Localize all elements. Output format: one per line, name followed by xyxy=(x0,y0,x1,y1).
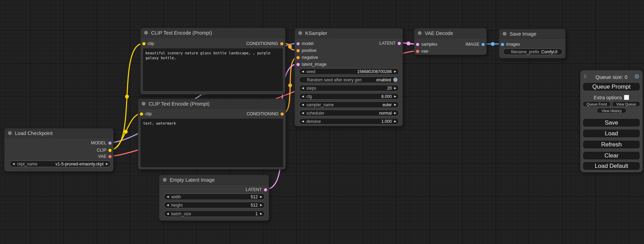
load-workflow-button[interactable]: Load xyxy=(583,129,640,138)
queue-front-button[interactable]: Queue Front xyxy=(583,101,611,107)
output-port-latent[interactable] xyxy=(264,188,267,191)
extra-options-label: Extra options xyxy=(594,95,622,100)
node-clip-text-encode-positive[interactable]: CLIP Text Encode (Prompt)clipCONDITIONIN… xyxy=(140,28,285,94)
collapse-dot-icon[interactable] xyxy=(503,32,506,36)
node-title: KSampler xyxy=(305,30,327,36)
decrement-arrow-icon[interactable]: ◀ xyxy=(299,69,306,74)
extra-options-checkbox[interactable] xyxy=(624,95,629,100)
output-port-conditioning[interactable] xyxy=(280,42,283,45)
increment-arrow-icon[interactable]: ▶ xyxy=(258,202,265,208)
node-header-load-checkpoint[interactable]: Load Checkpoint xyxy=(5,128,113,138)
collapse-dot-icon[interactable] xyxy=(418,31,422,35)
node-clip-text-encode-negative[interactable]: CLIP Text Encode (Prompt)clipCONDITIONIN… xyxy=(138,99,286,170)
decrement-arrow-icon[interactable]: ◀ xyxy=(164,211,171,217)
increment-arrow-icon[interactable]: ▶ xyxy=(258,211,265,217)
increment-arrow-icon[interactable]: ▶ xyxy=(392,69,399,74)
widget-random-seed-after-every-gen[interactable]: Random seed after every genenabled xyxy=(299,76,399,83)
view-queue-button[interactable]: View Queue xyxy=(612,101,640,107)
output-port-conditioning[interactable] xyxy=(281,112,284,116)
input-port-images[interactable] xyxy=(501,43,504,46)
node-header-clip-text-encode-negative[interactable]: CLIP Text Encode (Prompt) xyxy=(138,99,285,109)
node-header-vae-decode[interactable]: VAE Decode xyxy=(414,28,486,38)
increment-arrow-icon[interactable]: ▶ xyxy=(392,110,399,116)
widget-label: height xyxy=(171,203,183,208)
collapse-dot-icon[interactable] xyxy=(142,102,145,106)
increment-arrow-icon[interactable]: ▶ xyxy=(104,161,111,167)
toggle-knob-icon[interactable] xyxy=(393,78,398,82)
link-midpoint-dot xyxy=(491,42,495,46)
output-port-label: MODEL xyxy=(91,141,106,145)
decrement-arrow-icon[interactable]: ◀ xyxy=(164,202,171,208)
increment-arrow-icon[interactable]: ▶ xyxy=(392,118,399,124)
collapse-dot-icon[interactable] xyxy=(8,131,12,135)
input-port-model[interactable] xyxy=(297,42,300,45)
input-port-row-vae: vae xyxy=(414,49,428,54)
output-port-model[interactable] xyxy=(108,142,112,145)
input-port-latent-image[interactable] xyxy=(297,63,300,66)
decrement-arrow-icon[interactable]: ◀ xyxy=(299,93,306,99)
refresh-button[interactable]: Refresh xyxy=(583,140,640,149)
widget-ckpt-name[interactable]: ◀ckpt_namev1-5-pruned-emaonly.ckpt▶ xyxy=(10,161,111,167)
widget-cfg[interactable]: ◀cfg8.000▶ xyxy=(299,93,399,100)
queue-prompt-button[interactable]: Queue Prompt xyxy=(583,82,640,91)
save-workflow-button[interactable]: Save xyxy=(583,118,640,127)
queue-panel: ⠿ Queue size: 0 ⚙ Queue Prompt Extra opt… xyxy=(580,70,643,172)
widget-scheduler[interactable]: ◀schedulernormal▶ xyxy=(299,110,399,116)
widget-filename-prefix[interactable]: filename_prefixComfyUI xyxy=(503,48,563,55)
node-empty-latent-image[interactable]: Empty Latent ImageLATENT◀width512▶◀heigh… xyxy=(159,175,269,221)
prompt-textarea[interactable]: beautiful scenery nature glass bottle la… xyxy=(143,48,283,91)
output-port-label: VAE xyxy=(98,154,106,159)
widget-label: Random seed after every gen xyxy=(299,78,362,82)
input-port-samples[interactable] xyxy=(416,43,419,46)
node-header-clip-text-encode-positive[interactable]: CLIP Text Encode (Prompt) xyxy=(141,28,285,38)
output-port-vae[interactable] xyxy=(108,155,112,158)
collapse-dot-icon[interactable] xyxy=(144,31,148,35)
widget-steps[interactable]: ◀steps20▶ xyxy=(299,85,399,91)
increment-arrow-icon[interactable]: ▶ xyxy=(392,102,399,108)
widget-denoise[interactable]: ◀denoise1.000▶ xyxy=(299,118,399,125)
collapse-dot-icon[interactable] xyxy=(298,31,302,35)
increment-arrow-icon[interactable]: ▶ xyxy=(258,194,265,200)
output-port-label: CLIP xyxy=(97,148,106,153)
decrement-arrow-icon[interactable]: ◀ xyxy=(299,110,306,116)
view-history-button[interactable]: View History xyxy=(597,108,626,113)
node-ksampler[interactable]: KSamplermodelpositivenegativelatent_imag… xyxy=(294,28,403,126)
increment-arrow-icon[interactable]: ▶ xyxy=(392,85,399,91)
node-vae-decode[interactable]: VAE DecodesamplesvaeIMAGE xyxy=(414,28,487,55)
prompt-textarea[interactable]: text, watermark xyxy=(141,119,283,167)
output-port-image[interactable] xyxy=(482,43,485,46)
widget-batch-size[interactable]: ◀batch_size1▶ xyxy=(164,210,265,217)
link-midpoint-dot xyxy=(288,83,292,87)
node-header-empty-latent-image[interactable]: Empty Latent Image xyxy=(159,175,269,185)
node-graph-canvas[interactable]: Load CheckpointMODELCLIPVAE◀ckpt_namev1-… xyxy=(0,0,644,244)
output-port-row-image: IMAGE xyxy=(466,42,486,47)
input-port-vae[interactable] xyxy=(416,50,419,53)
input-port-clip[interactable] xyxy=(140,112,143,116)
collapse-dot-icon[interactable] xyxy=(163,178,167,182)
load-default-button[interactable]: Load Default xyxy=(583,162,640,170)
output-port-row-model: MODEL xyxy=(91,141,113,145)
decrement-arrow-icon[interactable]: ◀ xyxy=(10,161,17,167)
node-header-save-image[interactable]: Save Image xyxy=(499,29,565,39)
decrement-arrow-icon[interactable]: ◀ xyxy=(299,102,306,108)
output-port-clip[interactable] xyxy=(108,149,112,152)
settings-gear-icon[interactable]: ⚙ xyxy=(634,73,639,80)
input-port-negative[interactable] xyxy=(297,56,300,59)
decrement-arrow-icon[interactable]: ◀ xyxy=(299,85,306,91)
output-port-row-latent: LATENT xyxy=(379,41,403,46)
decrement-arrow-icon[interactable]: ◀ xyxy=(164,194,171,200)
node-load-checkpoint[interactable]: Load CheckpointMODELCLIPVAE◀ckpt_namev1-… xyxy=(4,128,114,172)
node-save-image[interactable]: Save Imageimagesfilename_prefixComfyUI xyxy=(499,29,566,58)
widget-sampler-name[interactable]: ◀sampler_nameeuler▶ xyxy=(299,101,399,108)
increment-arrow-icon[interactable]: ▶ xyxy=(392,93,399,99)
input-port-clip[interactable] xyxy=(142,42,145,45)
widget-width[interactable]: ◀width512▶ xyxy=(164,193,265,200)
widget-seed[interactable]: ◀seed156680208700286▶ xyxy=(299,68,399,75)
output-port-latent[interactable] xyxy=(398,42,401,45)
decrement-arrow-icon[interactable]: ◀ xyxy=(299,118,306,124)
widget-height[interactable]: ◀height512▶ xyxy=(164,202,265,208)
node-title: VAE Decode xyxy=(425,30,453,36)
input-port-positive[interactable] xyxy=(297,49,300,52)
clear-button[interactable]: Clear xyxy=(583,151,640,160)
node-header-ksampler[interactable]: KSampler xyxy=(295,28,403,38)
